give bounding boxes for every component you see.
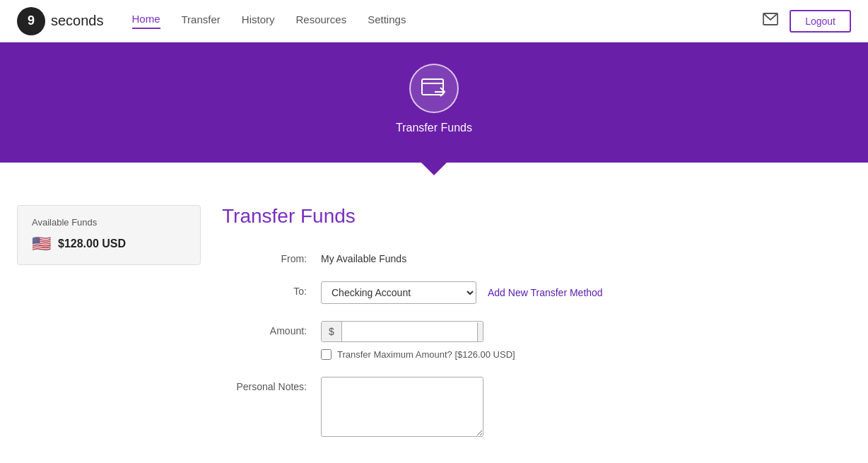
mail-icon[interactable] [763, 13, 778, 29]
nav-settings[interactable]: Settings [368, 13, 406, 28]
hero-title: Transfer Funds [396, 122, 472, 134]
nav-resources[interactable]: Resources [295, 13, 346, 28]
hero-icon-circle [409, 64, 459, 113]
from-value: My Available Funds [321, 249, 406, 264]
to-select[interactable]: Checking Account Savings Account [321, 281, 476, 304]
form-to-row: To: Checking Account Savings Account Add… [222, 281, 851, 304]
to-label: To: [222, 281, 321, 297]
max-amount-label[interactable]: Transfer Maximum Amount? [$126.00 USD] [337, 349, 515, 360]
amount-suffix: USD [477, 322, 483, 341]
amount-prefix: $ [322, 322, 342, 341]
main-nav: Home Transfer History Resources Settings [132, 13, 763, 29]
amount-label: Amount: [222, 321, 321, 336]
amount-input-wrapper: $ USD [321, 321, 483, 342]
logout-button[interactable]: Logout [790, 10, 851, 33]
header: 9 seconds Home Transfer History Resource… [0, 0, 868, 42]
form-amount-row: Amount: $ USD Transfer Maximum Amount? [… [222, 321, 851, 360]
logo[interactable]: 9 seconds [17, 7, 104, 35]
funds-row: 🇺🇸 $128.00 USD [32, 235, 186, 253]
to-select-wrapper: Checking Account Savings Account Add New… [321, 281, 603, 304]
from-label: From: [222, 249, 321, 264]
logo-text: seconds [51, 13, 104, 29]
flag-icon: 🇺🇸 [32, 235, 51, 253]
form-area: Transfer Funds From: My Available Funds … [222, 205, 851, 463]
form-from-row: From: My Available Funds [222, 249, 851, 264]
notes-textarea[interactable] [321, 377, 483, 437]
max-amount-checkbox[interactable] [321, 349, 332, 360]
funds-amount: $128.00 USD [58, 238, 126, 250]
amount-field-container: $ USD Transfer Maximum Amount? [$126.00 … [321, 321, 515, 360]
sidebar: Available Funds 🇺🇸 $128.00 USD [17, 205, 201, 463]
available-funds-label: Available Funds [32, 217, 186, 228]
nav-transfer[interactable]: Transfer [182, 13, 221, 28]
main-content: Available Funds 🇺🇸 $128.00 USD Transfer … [0, 177, 868, 463]
nav-history[interactable]: History [242, 13, 275, 28]
available-funds-card: Available Funds 🇺🇸 $128.00 USD [17, 205, 201, 265]
notes-label: Personal Notes: [222, 377, 321, 392]
add-transfer-method-link[interactable]: Add New Transfer Method [488, 287, 603, 298]
nav-home[interactable]: Home [132, 13, 160, 29]
hero-banner: Transfer Funds [0, 42, 868, 163]
logo-icon: 9 [17, 7, 45, 35]
header-right: Logout [763, 10, 851, 33]
form-title: Transfer Funds [222, 205, 851, 228]
max-amount-row: Transfer Maximum Amount? [$126.00 USD] [321, 349, 515, 360]
form-notes-row: Personal Notes: [222, 377, 851, 437]
amount-input[interactable] [342, 322, 477, 341]
